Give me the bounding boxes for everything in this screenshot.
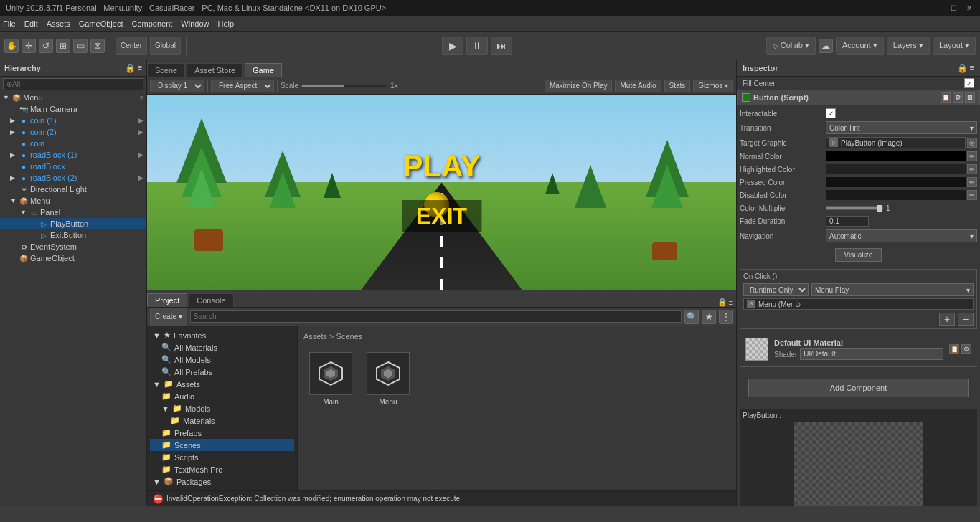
inspector-menu-icon[interactable]: ≡ (970, 63, 974, 73)
menu-edit[interactable]: Edit (24, 19, 38, 28)
component-settings-icon[interactable]: ⚙ (953, 92, 963, 103)
rect-tool-button[interactable]: ▭ (73, 39, 88, 53)
step-button[interactable]: ⏭ (491, 37, 512, 55)
fill-center-checkbox[interactable] (964, 78, 974, 88)
scale-slider[interactable] (301, 85, 387, 87)
sidebar-materials[interactable]: 📁 Materials (150, 414, 294, 427)
project-menu-icon[interactable]: ≡ (729, 298, 733, 307)
normal-color-pick-icon[interactable]: ✏ (967, 151, 977, 161)
search-icon[interactable]: 🔍 (684, 310, 699, 324)
navigation-dropdown[interactable]: Automatic ▾ (826, 229, 977, 242)
fade-duration-value[interactable]: 0.1 (826, 216, 869, 227)
stats-button[interactable]: Stats (664, 80, 691, 92)
hierarchy-item-main-camera[interactable]: 📷 Main Camera (0, 103, 146, 115)
favorite-icon[interactable]: ★ (702, 310, 716, 324)
runtime-select[interactable]: Runtime Only (743, 283, 809, 296)
hierarchy-item-options[interactable]: ▶ (138, 174, 143, 181)
sidebar-scripts[interactable]: 📁 Scripts (150, 451, 294, 463)
shader-dropdown[interactable]: UI/Default (800, 348, 943, 360)
project-search-input[interactable] (190, 310, 682, 323)
remove-onclick-button[interactable]: − (958, 313, 974, 326)
hierarchy-menu-icon[interactable]: ≡ (138, 63, 142, 73)
close-button[interactable]: ✕ (964, 3, 974, 13)
cloud-button[interactable]: ☁ (819, 39, 833, 53)
rotate-tool-button[interactable]: ↺ (39, 39, 53, 53)
sidebar-packages[interactable]: ▼ 📦 Packages (150, 475, 294, 488)
menu-file[interactable]: File (3, 19, 16, 28)
minimize-button[interactable]: — (933, 3, 943, 13)
layers-button[interactable]: Layers ▾ (887, 37, 930, 55)
breadcrumb-assets[interactable]: Assets (303, 332, 327, 341)
tab-game[interactable]: Game (245, 63, 282, 77)
visualize-button[interactable]: Visualize (835, 248, 882, 262)
collab-button[interactable]: ◇ Collab ▾ (766, 37, 816, 55)
center-button[interactable]: Center (116, 37, 147, 55)
breadcrumb-scenes[interactable]: Scenes (336, 332, 363, 341)
hierarchy-item-options[interactable]: ▶ (138, 151, 143, 158)
play-button[interactable]: ▶ (442, 37, 463, 55)
hierarchy-item-panel[interactable]: ▼ ▭ Panel (0, 207, 146, 218)
hierarchy-search-input[interactable] (3, 78, 143, 90)
hierarchy-item-dirlight[interactable]: ☀ Directional Light (0, 184, 146, 195)
component-reference-icon[interactable]: 📋 (941, 92, 951, 103)
tab-asset-store[interactable]: Asset Store (187, 63, 243, 77)
sidebar-prefabs[interactable]: 📁 Prefabs (150, 427, 294, 439)
pressed-color-swatch[interactable] (826, 177, 966, 187)
menu-assets[interactable]: Assets (47, 19, 70, 28)
scale-tool-button[interactable]: ⊞ (56, 39, 70, 53)
highlighted-color-pick-icon[interactable]: ✏ (967, 164, 977, 174)
hierarchy-item-gameobject[interactable]: 📦 GameObject (0, 252, 146, 264)
move-tool-button[interactable]: ✛ (22, 39, 36, 53)
window-controls[interactable]: — ☐ ✕ (933, 3, 974, 13)
pressed-color-pick-icon[interactable]: ✏ (967, 177, 977, 187)
hierarchy-item-menu-root[interactable]: ▼ 📦 Menu ≡ (0, 92, 146, 103)
aspect-select[interactable]: Free Aspect (211, 80, 274, 92)
display-select[interactable]: Display 1 (150, 80, 204, 92)
inspector-lock-icon[interactable]: 🔒 (957, 63, 968, 73)
hand-tool-button[interactable]: ✋ (4, 39, 19, 53)
mute-audio-button[interactable]: Mute Audio (615, 80, 661, 92)
play-text[interactable]: PLAY (402, 149, 480, 184)
function-dropdown[interactable]: Menu.Play ▾ (811, 283, 974, 296)
maximize-button[interactable]: ☐ (948, 3, 958, 13)
more-options-icon[interactable]: ⋮ (719, 310, 733, 324)
sidebar-models[interactable]: ▼ 📁 Models (150, 402, 294, 414)
hierarchy-item-coin[interactable]: ● coin (0, 138, 146, 149)
material-settings-icon[interactable]: ⚙ (961, 344, 971, 354)
exit-text[interactable]: EXIT (402, 200, 481, 232)
onclick-target-field[interactable]: ⚙ Menu (Mer ⊙ (743, 298, 974, 310)
hierarchy-item-eventsystem[interactable]: ⚙ EventSystem (0, 241, 146, 252)
create-button[interactable]: Create ▾ (150, 308, 187, 326)
sidebar-favorites[interactable]: ▼ ★ Favorites (150, 329, 294, 341)
hierarchy-lock-icon[interactable]: 🔒 (125, 63, 136, 73)
gizmos-button[interactable]: Gizmos ▾ (693, 80, 733, 92)
sidebar-assets[interactable]: ▼ 📁 Assets (150, 378, 294, 390)
scene-item-main[interactable]: Main (309, 352, 352, 406)
interactable-checkbox[interactable] (826, 108, 836, 118)
tab-console[interactable]: Console (189, 293, 233, 307)
layout-button[interactable]: Layout ▾ (933, 37, 976, 55)
pause-button[interactable]: ⏸ (466, 37, 488, 55)
hierarchy-item-options[interactable]: ▶ (138, 128, 143, 136)
add-component-button[interactable]: Add Component (748, 379, 969, 397)
sidebar-textmesh[interactable]: 📁 TextMesh Pro (150, 463, 294, 475)
menu-gameobject[interactable]: GameObject (79, 19, 123, 28)
tab-scene[interactable]: Scene (147, 63, 185, 77)
hierarchy-item-coin2[interactable]: ▶ ● coin (2) ▶ (0, 126, 146, 138)
global-button[interactable]: Global (150, 37, 181, 55)
component-enabled-checkbox[interactable] (742, 93, 750, 102)
menu-window[interactable]: Window (181, 19, 209, 28)
sidebar-scenes[interactable]: 📁 Scenes (150, 439, 294, 451)
scene-item-menu[interactable]: Menu (367, 352, 410, 406)
project-lock-icon[interactable]: 🔒 (717, 298, 727, 307)
sidebar-all-models[interactable]: 🔍 All Models (150, 353, 294, 366)
highlighted-color-swatch[interactable] (826, 164, 966, 174)
add-onclick-button[interactable]: + (939, 313, 955, 326)
sidebar-all-materials[interactable]: 🔍 All Materials (150, 341, 294, 353)
hierarchy-item-roadblock[interactable]: ● roadBlock (0, 161, 146, 172)
hierarchy-item-roadblock1[interactable]: ▶ ● roadBlock (1) ▶ (0, 149, 146, 161)
target-graphic-pick-icon[interactable]: ◎ (967, 138, 977, 148)
transition-dropdown[interactable]: Color Tint ▾ (826, 121, 977, 134)
hierarchy-item-coin1[interactable]: ▶ ● coin (1) ▶ (0, 115, 146, 126)
hierarchy-item-options[interactable]: ≡ (140, 94, 143, 101)
